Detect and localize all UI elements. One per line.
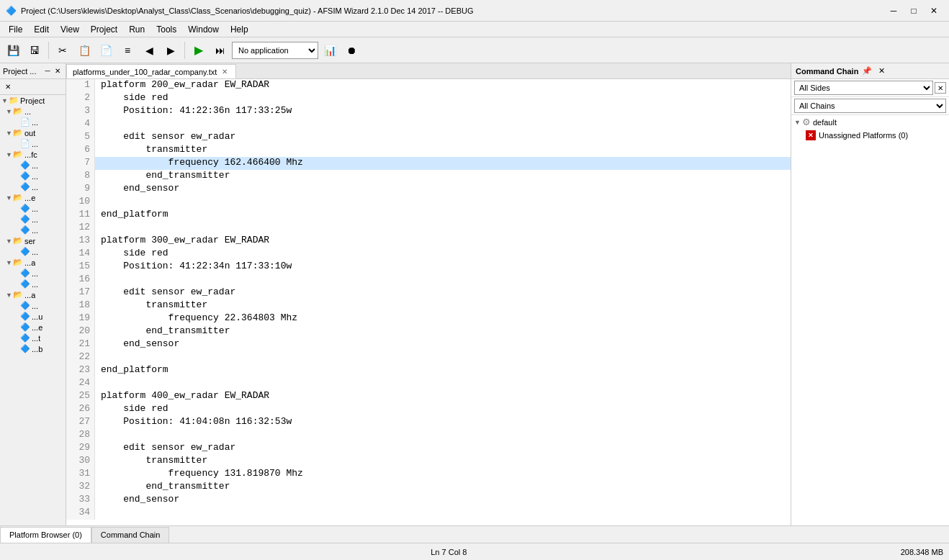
editor-area[interactable]: 1 platform 200_ew_radar EW_RADAR 2 side … (66, 79, 791, 525)
sidebar-tree-item[interactable]: 🔷 ...u (0, 311, 66, 322)
tree-icon: 📄 (20, 117, 30, 127)
tree-icon: 🔷 (20, 301, 30, 310)
toolbar-record-button[interactable]: ⏺ (341, 40, 361, 60)
sidebar-tree-item[interactable]: 🔷 ...e (0, 322, 66, 333)
sidebar-tree-item[interactable]: 🔷 ... (0, 300, 66, 311)
code-line: 16 (66, 274, 791, 286)
toolbar: 💾 🖫 ✂ 📋 📄 ≡ ◀ ▶ ▶ ⏭ No application 📊 ⏺ (0, 37, 949, 63)
toolbar-save-all-button[interactable]: 🖫 (24, 40, 45, 60)
line-code: side red (95, 248, 168, 261)
sidebar-tree-item[interactable]: ▼ 📂 ser (0, 235, 66, 246)
sidebar-pin-button[interactable]: ─ (42, 66, 53, 76)
sidebar-tree-item[interactable]: 🔷 ... (0, 268, 66, 279)
code-line: 28 (66, 429, 791, 442)
bottom-tab-command-chain[interactable]: Command Chain (91, 527, 170, 543)
code-line: 6 transmitter (66, 144, 791, 157)
all-sides-dropdown[interactable]: All Sides (794, 81, 933, 95)
line-code (95, 351, 101, 364)
sidebar-tree: ▼ 📁 Project ▼ 📂 ... 📄 ... ▼ 📂 out 📄 ... … (0, 95, 66, 525)
toolbar-step-button[interactable]: ⏭ (210, 40, 230, 60)
sidebar-tree-item[interactable]: ▼ 📂 ... (0, 106, 66, 117)
sidebar-tree-item[interactable]: ▼ 📁 Project (0, 95, 66, 106)
code-line: 29 edit sensor ew_radar (66, 442, 791, 455)
sidebar-tree-item[interactable]: ▼ 📂 ...a (0, 289, 66, 300)
maximize-button[interactable]: □ (904, 4, 923, 18)
code-line: 32 end_transmitter (66, 481, 791, 494)
toolbar-chart-button[interactable]: 📊 (320, 40, 340, 60)
command-chain-close-button[interactable]: ✕ (876, 66, 887, 77)
sidebar-collapse-button[interactable]: ✕ (3, 82, 13, 92)
toolbar-paste-button[interactable]: 📄 (96, 40, 116, 60)
editor-scroll[interactable]: 1 platform 200_ew_radar EW_RADAR 2 side … (66, 79, 791, 525)
sidebar-tree-item[interactable]: 🔷 ... (0, 203, 66, 214)
chain-unassigned-item[interactable]: ✕ Unassigned Platforms (0) (791, 129, 949, 142)
line-number: 27 (66, 416, 95, 429)
sidebar-tree-item[interactable]: ▼ 📂 out (0, 127, 66, 138)
sidebar-tree-item[interactable]: 🔷 ...t (0, 333, 66, 343)
file-tab-close-button[interactable]: ✕ (220, 67, 230, 77)
toolbar-compare-button[interactable]: ≡ (117, 40, 138, 60)
code-line: 24 (66, 377, 791, 390)
tree-icon: 🔷 (20, 171, 30, 181)
sidebar-tree-item[interactable]: ▼ 📂 ...a (0, 257, 66, 268)
close-button[interactable]: ✕ (925, 4, 943, 18)
toolbar-save-button[interactable]: 💾 (3, 40, 23, 60)
line-number: 3 (66, 105, 95, 118)
sidebar-tree-item[interactable]: 🔷 ... (0, 160, 66, 171)
toolbar-cut-button[interactable]: ✂ (53, 40, 73, 60)
bottom-tab-platform-browser[interactable]: Platform Browser (0) (0, 527, 91, 543)
line-code: Position: 41:22:34n 117:33:10w (95, 261, 292, 274)
app-dropdown[interactable]: No application (232, 42, 318, 59)
code-line: 3 Position: 41:22:36n 117:33:25w (66, 105, 791, 118)
menu-edit[interactable]: Edit (28, 23, 55, 36)
tree-label: ... (32, 215, 38, 224)
chain-default-item[interactable]: ▼ ⚙ default (791, 115, 949, 129)
code-line: 12 (66, 222, 791, 235)
sidebar-tree-item[interactable]: 🔷 ... (0, 279, 66, 289)
menu-file[interactable]: File (3, 23, 28, 36)
tree-icon: 📂 (13, 150, 23, 159)
sidebar-tree-item[interactable]: 📄 ... (0, 138, 66, 149)
code-line: 31 frequency 131.819870 Mhz (66, 468, 791, 481)
line-number: 10 (66, 196, 95, 209)
sidebar-tree-item[interactable]: ▼ 📂 ...e (0, 192, 66, 203)
menu-help[interactable]: Help (225, 23, 254, 36)
tree-icon: 📂 (13, 236, 23, 245)
command-chain-pin-button[interactable]: 📌 (861, 66, 873, 77)
line-code: side red (95, 403, 168, 416)
sidebar-tree-item[interactable]: 🔷 ... (0, 246, 66, 257)
line-code: end_transmitter (95, 481, 230, 494)
tree-icon: 🔷 (20, 214, 30, 224)
tree-icon: 📂 (13, 258, 23, 267)
all-sides-clear-button[interactable]: ✕ (935, 82, 946, 94)
menu-view[interactable]: View (55, 23, 85, 36)
all-chains-dropdown[interactable]: All Chains (794, 99, 946, 113)
status-bar: Ln 7 Col 8 208.348 MB (0, 543, 949, 560)
tree-icon: 🔷 (20, 247, 30, 256)
minimize-button[interactable]: ─ (884, 4, 903, 18)
chain-unassigned-x-icon: ✕ (806, 130, 816, 140)
menu-run[interactable]: Run (123, 23, 150, 36)
sidebar-tree-item[interactable]: ▼ 📂 ...fc (0, 149, 66, 160)
menu-project[interactable]: Project (85, 23, 123, 36)
toolbar-copy-button[interactable]: 📋 (74, 40, 94, 60)
sidebar-tree-item[interactable]: 🔷 ... (0, 181, 66, 192)
app-icon: 🔷 (6, 6, 17, 16)
menu-window[interactable]: Window (182, 23, 225, 36)
tree-label: ... (32, 161, 38, 170)
line-code: frequency 131.819870 Mhz (95, 468, 303, 481)
tree-label: ... (32, 226, 38, 235)
toolbar-forward-button[interactable]: ▶ (161, 40, 181, 60)
chain-tree: ▼ ⚙ default ✕ Unassigned Platforms (0) (791, 115, 949, 525)
toolbar-back-button[interactable]: ◀ (139, 40, 159, 60)
sidebar-tree-item[interactable]: 🔷 ... (0, 225, 66, 235)
sidebar-close-button[interactable]: ✕ (53, 66, 63, 76)
line-number: 15 (66, 261, 95, 274)
sidebar-tree-item[interactable]: 📄 ... (0, 117, 66, 127)
sidebar-tree-item[interactable]: 🔷 ...b (0, 343, 66, 354)
file-tab[interactable]: platforms_under_100_radar_company.txt ✕ (66, 64, 236, 78)
sidebar-tree-item[interactable]: 🔷 ... (0, 171, 66, 181)
menu-tools[interactable]: Tools (150, 23, 182, 36)
toolbar-play-button[interactable]: ▶ (189, 40, 209, 60)
sidebar-tree-item[interactable]: 🔷 ... (0, 214, 66, 225)
